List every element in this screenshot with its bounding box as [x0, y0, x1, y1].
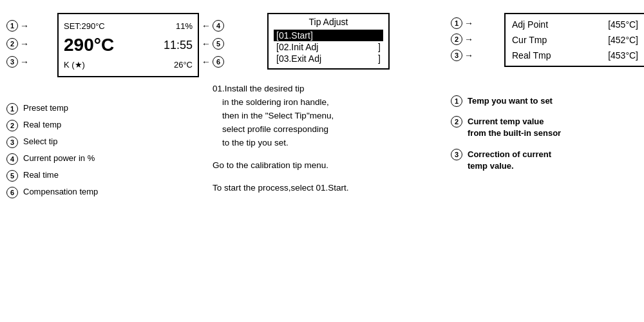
lcd-power: 11%: [176, 21, 193, 31]
adj-val-0: [455°C]: [608, 19, 638, 30]
right-arrows: ← 4 ← 5 ← 6: [202, 13, 224, 71]
desc-text-3: Select tip: [23, 137, 57, 146]
lcd-row-3: K (★) 26°C: [64, 55, 193, 73]
circle-4-right: 4: [213, 20, 224, 32]
right-arrow-4: ← 4: [202, 17, 224, 35]
arrow-right-3: →: [20, 57, 29, 67]
adj-key-2: Real Tmp: [512, 50, 551, 61]
desc-circle-6: 6: [6, 187, 18, 198]
left-arrow-1: 1 →: [6, 17, 29, 35]
adj-circle-1: 1: [451, 17, 462, 29]
desc-text-1: Preset temp: [23, 103, 68, 113]
adj-arrow-2: 2 →: [451, 32, 473, 48]
desc-circle-5: 5: [6, 170, 18, 182]
middle-section: Tip Adjust [01.Start ] [02.Init Adj ] [0…: [206, 13, 444, 309]
adj-arrow-right-1: →: [464, 18, 473, 28]
adj-row-0: Adj Point [455°C]: [512, 17, 638, 32]
right-arrow-5: ← 5: [202, 35, 224, 53]
adj-circle-2: 2: [451, 33, 462, 45]
circle-3-left: 3: [6, 56, 18, 68]
right-desc-text-1: Temp you want to set: [468, 95, 553, 107]
tip-menu-text-1: [02.Init Adj: [276, 42, 318, 52]
desc-circle-1: 1: [6, 103, 18, 115]
tip-menu-bracket-0: ]: [310, 30, 313, 41]
right-desc-circle-3: 3: [451, 149, 462, 160]
desc-item-4: 4 Current power in %: [6, 153, 98, 165]
lcd-comp-temp: 26°C: [174, 60, 193, 70]
tip-adjust-title: Tip Adjust: [274, 17, 383, 27]
adj-row-2: Real Tmp [453°C]: [512, 48, 638, 63]
tip-menu-item-1[interactable]: [02.Init Adj ]: [274, 41, 383, 53]
left-desc-list: 1 Preset temp 2 Real temp 3 Select tip 4…: [6, 103, 98, 198]
desc-item-6: 6 Compensation temp: [6, 187, 98, 198]
left-arrow-3: 3 →: [6, 53, 29, 71]
adj-arrow-3: 3 →: [451, 47, 473, 63]
tip-menu-text-2: [03.Exit Adj: [276, 53, 321, 64]
instruction-step-01: 01.Install the desired tip in the solder…: [213, 82, 349, 150]
adj-wrapper: 1 → 2 → 3 → Adj Point [455°C]: [451, 13, 644, 81]
tip-menu-bracket-1: ]: [378, 42, 381, 52]
arrow-right-2: →: [20, 39, 29, 49]
adj-display: Adj Point [455°C] Cur Tmp [452°C] Real T…: [504, 13, 644, 67]
right-section: 1 → 2 → 3 → Adj Point [455°C]: [444, 13, 644, 309]
instruction-step-02: Go to the calibration tip menu.: [213, 159, 349, 173]
desc-circle-4: 4: [6, 153, 18, 165]
display-wrapper: 1 → 2 → 3 → SET:290°C 11%: [6, 13, 224, 89]
desc-text-4: Current power in %: [23, 153, 95, 163]
adj-val-1: [452°C]: [608, 35, 638, 45]
adj-key-0: Adj Point: [512, 19, 548, 30]
circle-2-left: 2: [6, 38, 18, 50]
desc-item-1: 1 Preset temp: [6, 103, 98, 115]
instruction-step-03: To start the process,select 01.Start.: [213, 182, 349, 195]
lcd-row-2: 290°C 11:55: [64, 35, 193, 55]
arrow-left-6: ←: [202, 57, 211, 67]
circle-6-right: 6: [213, 56, 224, 68]
right-arrow-6: ← 6: [202, 53, 224, 71]
adj-row-1: Cur Tmp [452°C]: [512, 32, 638, 48]
desc-item-5: 5 Real time: [6, 170, 98, 182]
adj-circle-3: 3: [451, 50, 462, 61]
lcd-real-temp: 290°C: [64, 35, 114, 55]
arrow-left-4: ←: [202, 21, 211, 31]
desc-circle-2: 2: [6, 120, 18, 131]
left-arrows: 1 → 2 → 3 →: [6, 13, 29, 71]
desc-item-3: 3 Select tip: [6, 137, 98, 148]
instruction-03-text: To start the process,select 01.Start.: [213, 183, 349, 193]
desc-text-5: Real time: [23, 170, 59, 180]
tip-menu-item-0[interactable]: [01.Start ]: [274, 30, 383, 41]
lcd-tip: K (★): [64, 60, 85, 70]
tip-adjust-box: Tip Adjust [01.Start ] [02.Init Adj ] [0…: [267, 13, 390, 70]
adj-arrow-1: 1 →: [451, 15, 473, 32]
tip-menu-text-0: [01.Start: [276, 30, 310, 41]
left-section: 1 → 2 → 3 → SET:290°C 11%: [6, 13, 206, 309]
adj-key-1: Cur Tmp: [512, 35, 547, 45]
right-desc-circle-1: 1: [451, 95, 462, 107]
right-desc-circle-2: 2: [451, 116, 462, 128]
right-desc-text-2: Current temp valuefrom the built-in sens…: [468, 116, 561, 139]
adj-left-arrows: 1 → 2 → 3 →: [451, 13, 473, 63]
tip-menu-item-2[interactable]: [03.Exit Adj ]: [274, 53, 383, 64]
tip-menu-bracket-2: ]: [378, 53, 381, 64]
lcd-set-temp: SET:290°C: [64, 21, 105, 31]
arrow-right-1: →: [20, 21, 29, 31]
lcd-display: SET:290°C 11% 290°C 11:55 K (★) 26°C: [57, 13, 199, 77]
main-container: 1 → 2 → 3 → SET:290°C 11%: [0, 0, 644, 322]
desc-text-6: Compensation temp: [23, 187, 98, 196]
instruction-01-text: 01.Install the desired tip in the solder…: [213, 84, 334, 147]
right-desc-text-3: Correction of currenttemp value.: [468, 149, 551, 172]
right-desc-item-1: 1 Temp you want to set: [451, 95, 561, 107]
right-desc-item-3: 3 Correction of currenttemp value.: [451, 149, 561, 172]
instruction-02-text: Go to the calibration tip menu.: [213, 160, 328, 170]
left-arrow-2: 2 →: [6, 35, 29, 53]
adj-arrow-right-2: →: [464, 34, 473, 44]
circle-1-left: 1: [6, 20, 18, 32]
adj-val-2: [453°C]: [608, 50, 638, 61]
arrow-left-5: ←: [202, 39, 211, 49]
desc-circle-3: 3: [6, 137, 18, 148]
desc-text-2: Real temp: [23, 120, 61, 129]
lcd-row-1: SET:290°C 11%: [64, 17, 193, 35]
instructions: 01.Install the desired tip in the solder…: [213, 82, 349, 204]
right-desc-list: 1 Temp you want to set 2 Current temp va…: [451, 95, 561, 172]
right-desc-item-2: 2 Current temp valuefrom the built-in se…: [451, 116, 561, 139]
desc-item-2: 2 Real temp: [6, 120, 98, 131]
